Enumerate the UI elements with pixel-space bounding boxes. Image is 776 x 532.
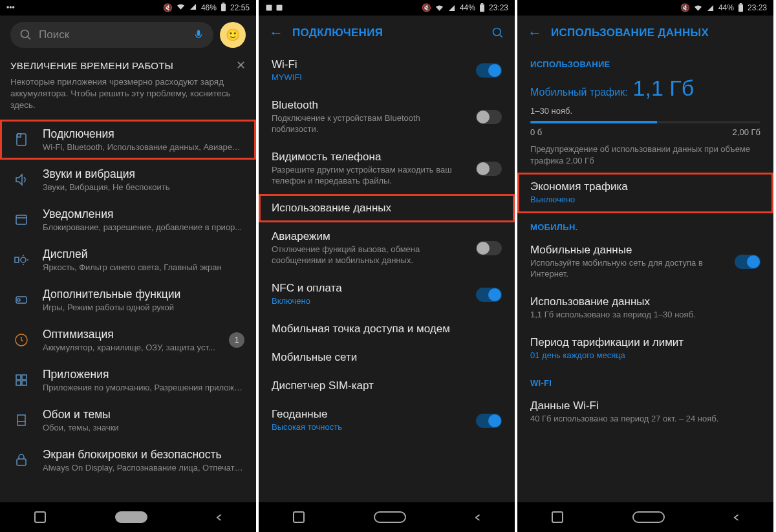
row-bluetooth[interactable]: BluetoothПодключение к устройствам Bluet… <box>259 91 515 143</box>
svg-rect-14 <box>22 375 27 379</box>
row-data-usage[interactable]: Использование данных <box>259 194 515 222</box>
battery-tip-card[interactable]: УВЕЛИЧЕНИЕ ВРЕМЕНИ РАБОТЫ ✕ Некоторые пр… <box>10 58 246 112</box>
row-title: Wi-Fi <box>272 58 467 71</box>
item-title: Подключения <box>43 127 244 141</box>
item-wallpapers[interactable]: Обои и темыОбои, темы, значки <box>0 400 256 440</box>
row-title: Период тарификации и лимит <box>530 336 760 349</box>
header-title: ПОДКЛЮЧЕНИЯ <box>292 27 482 39</box>
row-wifi[interactable]: Wi-FiMYWIFI <box>259 50 515 91</box>
maintenance-icon <box>12 332 31 348</box>
svg-rect-6 <box>16 215 27 224</box>
svg-rect-17 <box>17 415 25 421</box>
row-wifi-data[interactable]: Данные Wi-Fi40 Гб использовано за период… <box>517 392 773 432</box>
profile-avatar[interactable]: 🙂 <box>220 22 246 48</box>
bar-left-label: 0 б <box>530 127 542 137</box>
item-lockscreen[interactable]: Экран блокировки и безопасностьAlways On… <box>0 440 256 480</box>
row-sub: 40 Гб использовано за период 27 окт. – 2… <box>530 414 760 425</box>
row-billing-cycle[interactable]: Период тарификации и лимит01 день каждог… <box>517 328 773 369</box>
section-wifi: WI-FI <box>517 369 773 392</box>
svg-rect-25 <box>738 5 743 12</box>
row-title: NFC и оплата <box>272 282 467 295</box>
home-button[interactable] <box>632 511 665 523</box>
back-icon[interactable]: ← <box>269 25 283 41</box>
nfc-toggle[interactable] <box>476 288 502 302</box>
nav-bar: ‹ <box>517 502 773 532</box>
back-button[interactable]: ‹ <box>475 509 481 526</box>
item-advanced[interactable]: Дополнительные функцииИгры, Режим работы… <box>0 280 256 320</box>
row-title: Использование данных <box>272 202 502 215</box>
item-sounds[interactable]: Звуки и вибрацияЗвуки, Вибрация, Не бесп… <box>0 160 256 200</box>
row-airplane[interactable]: АвиарежимОтключение функций вызова, обме… <box>259 222 515 274</box>
nav-bar: ‹ <box>259 502 515 532</box>
signal-icon <box>447 5 456 12</box>
row-mobile-networks[interactable]: Мобильные сети <box>259 343 515 372</box>
usage-label: Мобильный трафик: <box>530 87 628 98</box>
visibility-toggle[interactable] <box>476 162 502 176</box>
airplane-toggle[interactable] <box>476 241 502 255</box>
row-data-saver[interactable]: Экономия трафикаВыключено <box>517 173 773 213</box>
row-mobile-usage[interactable]: Использование данных1,1 Гб использовано … <box>517 288 773 328</box>
item-apps[interactable]: ПриложенияПриложения по умолчанию, Разре… <box>0 360 256 400</box>
item-sub: Обои, темы, значки <box>43 423 244 432</box>
search-placeholder: Поиск <box>39 28 186 41</box>
svg-line-3 <box>28 37 30 39</box>
battery-text: 44% <box>460 3 475 12</box>
svg-rect-0 <box>221 3 226 10</box>
row-sub: Используйте мобильную сеть для доступа в… <box>530 258 726 280</box>
bluetooth-toggle[interactable] <box>476 110 502 124</box>
row-sub: 01 день каждого месяца <box>530 350 760 361</box>
location-toggle[interactable] <box>476 414 502 428</box>
back-icon[interactable]: ← <box>528 25 542 41</box>
row-mobile-data[interactable]: Мобильные данныеИспользуйте мобильную се… <box>517 236 773 288</box>
svg-rect-21 <box>480 5 484 12</box>
row-visibility[interactable]: Видимость телефонаРазрешите другим устро… <box>259 143 515 195</box>
item-display[interactable]: ДисплейЯркость, Фильтр синего света, Гла… <box>0 240 256 280</box>
row-hotspot[interactable]: Мобильная точка доступа и модем <box>259 315 515 343</box>
recent-button[interactable] <box>552 511 563 523</box>
battery-text: 46% <box>201 3 217 12</box>
svg-rect-5 <box>17 134 21 137</box>
display-icon <box>12 252 31 268</box>
back-button[interactable]: ‹ <box>733 509 740 526</box>
usage-summary[interactable]: Мобильный трафик: 1,1 Гб 1–30 нояб. 0 б2… <box>517 73 773 173</box>
row-sub: Выключено <box>530 195 760 206</box>
row-location[interactable]: ГеоданныеВысокая точность <box>259 400 515 441</box>
wifi-icon <box>435 5 444 12</box>
search-input[interactable]: Поиск <box>10 22 213 48</box>
item-title: Звуки и вибрация <box>43 167 244 181</box>
svg-rect-13 <box>16 375 21 379</box>
recent-button[interactable] <box>293 511 305 523</box>
mute-icon: 🔇 <box>163 3 173 12</box>
row-sub: Высокая точность <box>272 422 467 433</box>
usage-value: 1,1 Гб <box>633 76 695 101</box>
row-sub: Разрешите другим устройствам находить ва… <box>272 165 467 187</box>
wifi-icon <box>694 5 702 12</box>
item-sub: Always On Display, Распознавание лица, О… <box>43 463 244 473</box>
row-sub: Отключение функций вызова, обмена сообще… <box>272 244 467 266</box>
item-maintenance[interactable]: ОптимизацияАккумулятор, хранилище, ОЗУ, … <box>0 320 256 360</box>
svg-rect-18 <box>17 459 26 465</box>
home-button[interactable] <box>374 511 406 523</box>
item-sub: Аккумулятор, хранилище, ОЗУ, защита уст.… <box>43 343 217 352</box>
row-title: Диспетчер SIM-карт <box>272 379 502 392</box>
row-sim-manager[interactable]: Диспетчер SIM-карт <box>259 372 515 400</box>
row-sub: 1,1 Гб использовано за период 1–30 нояб. <box>530 310 760 321</box>
close-icon[interactable]: ✕ <box>236 58 246 72</box>
item-title: Уведомления <box>43 207 244 221</box>
signal-icon <box>706 5 715 12</box>
home-button[interactable] <box>115 511 147 523</box>
wifi-toggle[interactable] <box>476 63 502 78</box>
item-notifications[interactable]: УведомленияБлокирование, разрешение, доб… <box>0 200 256 240</box>
svg-rect-4 <box>17 134 26 145</box>
back-button[interactable]: ‹ <box>216 509 222 526</box>
phone-data-usage: 🔇 44% 23:23 ← ИСПОЛЬЗОВАНИЕ ДАННЫХ ИСПОЛ… <box>517 0 773 532</box>
mic-icon[interactable] <box>193 29 204 41</box>
item-title: Обои и темы <box>43 408 244 421</box>
search-icon[interactable] <box>491 27 504 39</box>
row-nfc[interactable]: NFC и оплатаВключено <box>259 274 515 315</box>
battery-icon <box>738 3 744 12</box>
recent-button[interactable] <box>34 511 46 523</box>
phone-connections: 🔇 44% 23:23 ← ПОДКЛЮЧЕНИЯ Wi-FiMYWIFI Bl… <box>259 0 515 532</box>
mobile-data-toggle[interactable] <box>735 255 760 269</box>
item-connections[interactable]: ПодключенияWi-Fi, Bluetooth, Использован… <box>0 120 256 160</box>
